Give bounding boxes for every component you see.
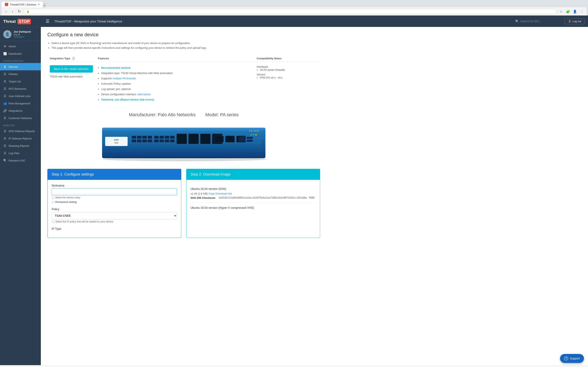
copy-download-link-1[interactable]: Copy Download link: [208, 192, 232, 195]
sidebar-item-customer-networks[interactable]: ☰ Customer Networks: [0, 114, 41, 122]
nickname-input[interactable]: [52, 188, 177, 195]
sidebar-item-roaming-reports[interactable]: ☰ Roaming Reports ›: [0, 142, 41, 150]
search-input[interactable]: [520, 20, 561, 23]
bookmark-button[interactable]: ☆: [558, 8, 564, 14]
sidebar-item-log-files[interactable]: ☰ Log Files ›: [0, 150, 41, 157]
url-input[interactable]: admin.threatstop.com/devices/add_devices: [31, 10, 554, 13]
config-section-label: Configuration: [0, 57, 41, 63]
forward-button[interactable]: ›: [10, 8, 16, 14]
dashboard-icon: 📈: [3, 52, 7, 55]
sidebar-item-dns-defense-reports[interactable]: ☰ DNS Defense Reports ›: [0, 127, 41, 135]
logo-threat: Threat: [3, 19, 16, 24]
page-title: Configure a new device: [47, 32, 320, 38]
profile-button[interactable]: 👤: [572, 8, 578, 14]
devices-icon: 🖥: [3, 65, 7, 68]
svg-rect-17: [154, 140, 159, 142]
new-tab-button[interactable]: +: [43, 3, 45, 7]
device-heading: Manufacturer: Palo Alto Networks Model: …: [47, 112, 320, 117]
reload-button[interactable]: ↻: [16, 8, 22, 14]
sidebar-item-policies[interactable]: ☰ Policies: [0, 70, 41, 78]
sidebar-item-ip-defense-reports[interactable]: ☰ IP Defense Reports ›: [0, 135, 41, 142]
feature-integration-type: Integration type: TSCM Virtual Machine w…: [101, 71, 252, 76]
svg-rect-7: [142, 136, 147, 139]
svg-text:palo: palo: [114, 138, 119, 141]
sidebar-logo: Threat STOP: [0, 16, 41, 28]
sidebar-item-label: IP Defense Reports: [9, 137, 32, 140]
extensions-button[interactable]: 🧩: [565, 8, 571, 14]
close-tab-button[interactable]: ×: [38, 3, 40, 6]
chevron-right-icon-5: ›: [37, 145, 38, 147]
help-icon[interactable]: ?: [72, 57, 75, 60]
user-org-id[interactable]: Threat88 ▾: [13, 36, 38, 38]
chevron-right-icon-4: ›: [37, 137, 38, 140]
svg-rect-25: [214, 136, 224, 142]
sidebar-item-rpz-behaviors[interactable]: ☰ RPZ Behaviors: [0, 85, 41, 92]
compat-cell: Hardware All PA series firewalls Version: [254, 62, 320, 106]
sidebar-item-admin[interactable]: ⚙ Admin: [0, 43, 41, 50]
download-item-2: Ubuntu 16.04 version (Hyper-V compressed…: [190, 203, 316, 214]
sidebar-item-label: Role Management: [9, 102, 30, 105]
svg-rect-15: [165, 136, 169, 139]
sidebar-item-role-management[interactable]: 👥 Role Management: [0, 100, 41, 107]
sidebar-item-label: Research IOC: [9, 159, 25, 162]
back-to-model-button[interactable]: Back to the model selection: [50, 65, 93, 73]
support-question-icon: ?: [564, 356, 568, 360]
telemetry-link[interactable]: Telemetry: yes (Report device side error…: [101, 98, 154, 101]
logout-icon: 🚪: [568, 20, 571, 23]
col-compat: Compatibility Notes: [254, 55, 320, 62]
sidebar-item-integrations[interactable]: 🔗 Integrations ›: [0, 107, 41, 114]
policy-select[interactable]: TSAII-CNEE: [52, 212, 177, 219]
policy-help: ⓘ Select the IP policy that will be load…: [52, 220, 177, 224]
sidebar-item-label: User-Defined Lists: [9, 95, 30, 98]
svg-rect-38: [261, 145, 264, 145]
sidebar-item-dashboard[interactable]: 📈 Dashboard: [0, 50, 41, 57]
ip-reports-icon: ☰: [3, 137, 7, 140]
svg-rect-16: [170, 136, 174, 139]
manufacturer-text: Manufacturer: Palo Alto Networks: [129, 112, 196, 117]
address-bar[interactable]: 🔒 admin.threatstop.com/devices/add_devic…: [24, 9, 557, 14]
nickname-help-1: ⓘ Name this device entry: [52, 196, 177, 200]
ip-type-group: IP Type: [52, 227, 177, 230]
col-integration-type: Integration Type ?: [47, 55, 95, 62]
dns-reports-icon: ☰: [3, 129, 7, 133]
svg-rect-22: [189, 134, 199, 144]
menu-button[interactable]: ⋮: [579, 8, 585, 14]
web-based-link[interactable]: web-based: [138, 93, 151, 96]
svg-rect-20: [170, 140, 174, 142]
hamburger-button[interactable]: ☰: [44, 17, 51, 25]
sidebar-item-devices[interactable]: 🖥 Devices: [0, 63, 41, 70]
nickname-help-2: ⓘ Permanent setting: [52, 201, 177, 204]
download-version-1: v1.45 (1.8 GB) Copy Download link: [190, 192, 316, 195]
device-image-container: palo alto: [47, 122, 320, 162]
sidebar-item-label: Log Files: [9, 152, 19, 155]
sidebar-item-target-list[interactable]: ☰ Target List: [0, 78, 41, 85]
download-title-2: Ubuntu 16.04 version (Hyper-V compressed…: [190, 206, 316, 209]
recommended-method-link[interactable]: Recommended method: [101, 66, 130, 69]
intro-item-2: This page will then provide device-speci…: [52, 45, 320, 50]
svg-rect-37: [261, 143, 264, 144]
policy-label: Policy: [52, 208, 177, 211]
sidebar-item-user-defined-lists[interactable]: ☰ User-Defined Lists ›: [0, 92, 41, 100]
svg-rect-9: [132, 140, 136, 142]
sidebar-user: 👤 Joe Dahlquist Org ID Threat88 ▾: [0, 28, 41, 41]
customer-networks-icon: ☰: [3, 117, 7, 120]
sidebar-item-label: Integrations: [9, 109, 22, 112]
device-image: palo alto: [100, 122, 268, 162]
logout-button[interactable]: 🚪 Log out: [564, 18, 585, 24]
svg-point-31: [250, 134, 252, 136]
tab-title: ThreatSTOP | Devices: [10, 3, 36, 6]
multiple-pa-link[interactable]: multiple PA firewalls: [112, 77, 136, 80]
sidebar-item-research-ioc[interactable]: 🔍 Research IOC: [0, 157, 41, 164]
info-icon-3: ⓘ: [52, 220, 54, 224]
sidebar-item-label: Target List: [9, 80, 21, 83]
step1-body: Nickname ⓘ Name this device entry ⓘ Perm…: [48, 180, 181, 238]
svg-rect-29: [247, 137, 253, 139]
active-tab[interactable]: ThreatSTOP | Devices ×: [2, 2, 43, 7]
back-button[interactable]: ‹: [3, 8, 9, 14]
checksum-label-1: SHA 256 Checksum: [190, 196, 215, 200]
support-button[interactable]: ? Support: [560, 354, 584, 363]
sidebar: Threat STOP 👤 Joe Dahlquist Org ID Threa…: [0, 16, 41, 365]
checksum-value-1: 5ad15b112a8244063a1e4ac1b2079a5a1ae72002…: [219, 196, 315, 199]
chevron-right-icon-2: ›: [37, 110, 38, 112]
admin-icon: ⚙: [3, 45, 7, 48]
